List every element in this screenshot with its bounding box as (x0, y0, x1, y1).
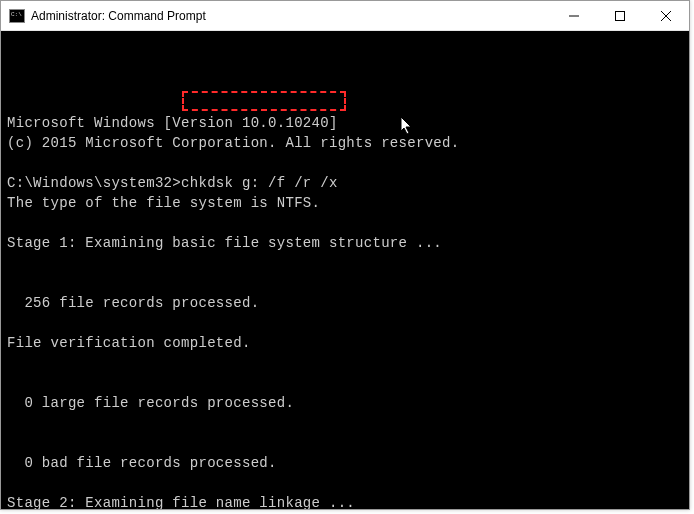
terminal-line: 256 file records processed. (7, 293, 683, 313)
command-highlight-box (182, 91, 346, 111)
command-prompt-window: Administrator: Command Prompt Microsoft … (0, 0, 690, 510)
terminal-line: File verification completed. (7, 333, 683, 353)
terminal-line (7, 153, 683, 173)
terminal-line: 0 large file records processed. (7, 393, 683, 413)
terminal-line: The type of the file system is NTFS. (7, 193, 683, 213)
window-title: Administrator: Command Prompt (31, 9, 551, 23)
terminal-line (7, 413, 683, 433)
terminal-line: Stage 1: Examining basic file system str… (7, 233, 683, 253)
terminal-line (7, 373, 683, 393)
terminal-line: Microsoft Windows [Version 10.0.10240] (7, 113, 683, 133)
terminal-line (7, 433, 683, 453)
minimize-button[interactable] (551, 1, 597, 31)
terminal-line: C:\Windows\system32>chkdsk g: /f /r /x (7, 173, 683, 193)
terminal-line: Stage 2: Examining file name linkage ... (7, 493, 683, 509)
terminal-line (7, 313, 683, 333)
window-controls (551, 1, 689, 30)
maximize-button[interactable] (597, 1, 643, 31)
terminal-line: 0 bad file records processed. (7, 453, 683, 473)
terminal-line: (c) 2015 Microsoft Corporation. All righ… (7, 133, 683, 153)
terminal-line (7, 253, 683, 273)
terminal-area[interactable]: Microsoft Windows [Version 10.0.10240](c… (1, 31, 689, 509)
cmd-icon (9, 9, 25, 23)
close-button[interactable] (643, 1, 689, 31)
svg-rect-1 (616, 12, 625, 21)
titlebar[interactable]: Administrator: Command Prompt (1, 1, 689, 31)
terminal-line (7, 213, 683, 233)
terminal-line (7, 273, 683, 293)
terminal-line (7, 473, 683, 493)
terminal-line (7, 353, 683, 373)
